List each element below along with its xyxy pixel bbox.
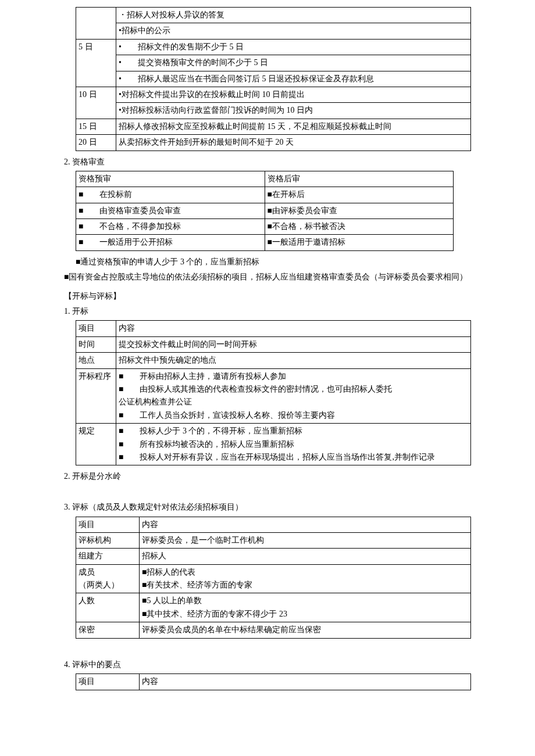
line: ■5 人以上的单数 bbox=[142, 594, 468, 607]
table-open-bid: 项目 内容 时间 提交投标文件截止时间的同一时间开标 地点 招标文件中预先确定的… bbox=[76, 320, 471, 465]
cell: •对招标投标活动向行政监督部门投诉的时间为 10 日内 bbox=[116, 103, 471, 119]
cell-header: 项目 bbox=[76, 674, 140, 690]
cell: ■ 开标由招标人主持，邀请所有投标人参加 ■ 由投标人或其推选的代表检查投标文件… bbox=[116, 368, 471, 424]
table-eval: 项目 内容 评标机构 评标委员会，是一个临时工作机构 组建方 招标人 成员 （两… bbox=[76, 517, 471, 639]
table-dates: ・招标人对投标人异议的答复 •招标中的公示 5 日 • 招标文件的发售期不少于 … bbox=[76, 7, 471, 151]
line: ■ 投标人少于 3 个的，不得开标，应当重新招标 bbox=[119, 425, 468, 438]
cell: 招标文件中预先确定的地点 bbox=[116, 353, 471, 368]
cell: • 招标文件的发售期不少于 5 日 bbox=[116, 39, 471, 55]
cell-label: 人数 bbox=[76, 593, 140, 622]
cell: ■一般适用于邀请招标 bbox=[265, 235, 454, 250]
line: ■ 投标人对开标有异议，应当在开标现场提出，招标人应当当场作出答复,并制作记录 bbox=[119, 451, 468, 464]
cell: ■由评标委员会审查 bbox=[265, 203, 454, 218]
heading-eval: 3. 评标（成员及人数规定针对依法必须招标项目） bbox=[64, 501, 523, 514]
cell: ■ 由资格审查委员会审查 bbox=[76, 203, 265, 218]
note-reapply: ■通过资格预审的申请人少于 3 个的，应当重新招标 bbox=[76, 256, 523, 268]
cell: ■不合格，标书被否决 bbox=[265, 219, 454, 235]
heading-qualification: 2. 资格审查 bbox=[64, 156, 523, 169]
cell-header: 内容 bbox=[140, 517, 471, 532]
cell: ■在开标后 bbox=[265, 187, 454, 203]
cell-label: 20 日 bbox=[76, 135, 116, 151]
cell: 评标委员会，是一个临时工作机构 bbox=[140, 532, 471, 548]
line: （两类人） bbox=[79, 579, 137, 592]
cell-label: 评标机构 bbox=[76, 532, 140, 548]
cell-label: 10 日 bbox=[76, 87, 116, 119]
cell: 招标人 bbox=[140, 549, 471, 564]
cell-header: 内容 bbox=[140, 674, 471, 690]
cell-header: 项目 bbox=[76, 321, 116, 336]
cell: ■5 人以上的单数 ■其中技术、经济方面的专家不得少于 23 bbox=[140, 593, 471, 622]
cell-header: 内容 bbox=[116, 321, 471, 336]
cell: • 招标人最迟应当在书面合同签订后 5 日退还投标保证金及存款利息 bbox=[116, 71, 471, 87]
cell-label: 开标程序 bbox=[76, 368, 116, 424]
heading-eval-points: 4. 评标中的要点 bbox=[64, 658, 523, 671]
cell: ■ 在投标前 bbox=[76, 187, 265, 203]
line: ■ 所有投标均被否决的，招标人应当重新招标 bbox=[119, 438, 468, 451]
note-state-owned: ■国有资金占控股或主导地位的依法必须招标的项目，招标人应当组建资格审查委员会（与… bbox=[64, 271, 523, 284]
cell: ■ 一般适用于公开招标 bbox=[76, 235, 265, 250]
cell-header: 资格后审 bbox=[265, 171, 454, 187]
line: 成员 bbox=[79, 566, 137, 579]
cell-label: 规定 bbox=[76, 424, 116, 465]
cell-label: 组建方 bbox=[76, 549, 140, 564]
cell-label: 保密 bbox=[76, 622, 140, 638]
cell-label: 15 日 bbox=[76, 119, 116, 134]
cell: ・招标人对投标人异议的答复 bbox=[116, 8, 471, 23]
cell: 提交投标文件截止时间的同一时间开标 bbox=[116, 336, 471, 352]
cell: ■ 投标人少于 3 个的，不得开标，应当重新招标 ■ 所有投标均被否决的，招标人… bbox=[116, 424, 471, 465]
cell: ■招标人的代表 ■有关技术、经济等方面的专家 bbox=[140, 564, 471, 593]
heading-watershed: 2. 开标是分水岭 bbox=[64, 470, 523, 483]
cell-header: 项目 bbox=[76, 517, 140, 532]
cell: 招标人修改招标文应至投标截止时间提前 15 天，不足相应顺延投标截止时间 bbox=[116, 119, 471, 134]
line: 公证机构检查并公证 bbox=[119, 396, 468, 409]
line: ■ 工作人员当众拆封，宣读投标人名称、报价等主要内容 bbox=[119, 409, 468, 422]
line: ■有关技术、经济等方面的专家 bbox=[142, 579, 468, 592]
cell-header: 资格预审 bbox=[76, 171, 265, 187]
cell: ■ 不合格，不得参加投标 bbox=[76, 219, 265, 235]
line: ■ 开标由招标人主持，邀请所有投标人参加 bbox=[119, 370, 468, 383]
cell-label: 5 日 bbox=[76, 39, 116, 87]
table-qualification: 资格预审 资格后审 ■ 在投标前 ■在开标后 ■ 由资格审查委员会审查 ■由评标… bbox=[76, 171, 454, 251]
cell-label: 时间 bbox=[76, 336, 116, 352]
cell: • 提交资格预审文件的时间不少于 5 日 bbox=[116, 55, 471, 71]
cell-label: 地点 bbox=[76, 353, 116, 368]
cell-label: 成员 （两类人） bbox=[76, 564, 140, 593]
cell: •招标中的公示 bbox=[116, 23, 471, 39]
cell: •对招标文件提出异议的在投标截止时间 10 日前提出 bbox=[116, 87, 471, 102]
heading-open-bid: 1. 开标 bbox=[64, 305, 523, 318]
cell-blank bbox=[76, 8, 116, 40]
line: ■其中技术、经济方面的专家不得少于 23 bbox=[142, 608, 468, 621]
table-eval-points: 项目 内容 bbox=[76, 673, 471, 690]
section-title: 【开标与评标】 bbox=[64, 290, 523, 303]
cell: 评标委员会成员的名单在中标结果确定前应当保密 bbox=[140, 622, 471, 638]
cell: 从卖招标文件开始到开标的最短时间不短于 20 天 bbox=[116, 135, 471, 151]
line: ■ 由投标人或其推选的代表检查投标文件的密封情况，也可由招标人委托 bbox=[119, 383, 468, 396]
line: ■招标人的代表 bbox=[142, 566, 468, 579]
